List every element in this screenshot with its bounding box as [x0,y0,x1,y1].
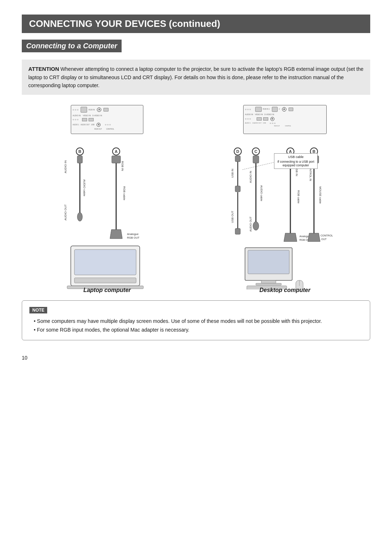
svg-text:OUT: OUT [321,238,327,240]
laptop-cable-diagram: B A AUDIO IN AUDIO cable AUDIO OUT RGB [60,137,154,289]
svg-line-38 [242,162,274,170]
svg-rect-12 [112,156,121,163]
svg-point-41 [253,222,259,230]
page-number: 10 [22,355,370,361]
svg-point-7 [77,212,82,221]
svg-text:B: B [78,149,81,154]
svg-text:RGB IN: RGB IN [121,161,124,171]
usb-note-box: USB cable If connecting to a USB port eq… [274,153,318,169]
svg-text:AUDIO IN: AUDIO IN [64,160,67,173]
svg-rect-33 [235,186,240,192]
svg-text:USB IN: USB IN [231,169,234,178]
svg-text:C: C [254,149,257,154]
svg-marker-54 [308,233,320,242]
svg-text:AUDIO cable: AUDIO cable [260,185,263,201]
svg-rect-36 [235,228,240,234]
usb-note-text: If connecting to a USB port equipped com… [277,160,315,167]
svg-text:Analogue: Analogue [127,232,139,236]
projector-back-laptop: ⊙ ⊙ ⊙ RGB IN A AUDIO IN VIDEO IN S-VIDEO… [71,105,143,134]
svg-rect-60 [248,250,289,274]
svg-text:MOUSE cable: MOUSE cable [319,186,322,204]
svg-marker-47 [284,233,297,242]
svg-rect-18 [74,250,136,275]
note-item-1: Some computers may have multiple display… [29,317,363,326]
laptop-diagram-section: ⊙ ⊙ ⊙ RGB IN A AUDIO IN VIDEO IN S-VIDEO… [22,105,192,289]
svg-text:USB OUT: USB OUT [231,211,234,223]
svg-text:CONTROL: CONTROL [320,234,333,237]
svg-text:AUDIO OUT: AUDIO OUT [64,204,67,220]
diagrams-row: ⊙ ⊙ ⊙ RGB IN A AUDIO IN VIDEO IN S-VIDEO… [22,105,370,289]
note-item-2: For some RGB input modes, the optional M… [29,326,363,335]
svg-marker-13 [110,230,122,239]
svg-text:AUDIO OUT: AUDIO OUT [249,216,252,232]
projector-back-desktop: ⊙ ⊙ ⊙ RGB IN 1 2 A AUDIO IN VIDEO IN S-V… [243,105,327,134]
svg-text:AUDIO cable: AUDIO cable [83,179,86,196]
svg-rect-6 [77,156,82,163]
svg-text:AUDIO IN: AUDIO IN [249,171,252,183]
svg-text:RGB OUT: RGB OUT [127,236,140,239]
svg-rect-40 [253,156,259,163]
section-title: Connecting to a Computer [22,40,122,52]
svg-rect-61 [261,280,276,283]
svg-text:RGB cable: RGB cable [123,186,126,200]
attention-box: ATTENTION Whenever attempting to connect… [22,60,370,95]
header-title: CONNECTING YOUR DEVICES (continued) [29,18,220,29]
svg-rect-32 [235,156,240,162]
desktop-diagram-section: ⊙ ⊙ ⊙ RGB IN 1 2 A AUDIO IN VIDEO IN S-V… [200,105,370,289]
svg-rect-62 [256,283,281,285]
svg-rect-19 [74,278,136,283]
note-box: NOTE Some computers may have multiple di… [22,300,370,341]
note-label: NOTE [29,307,47,313]
page-header: CONNECTING YOUR DEVICES (continued) [22,15,370,33]
attention-text: Whenever attempting to connect a laptop … [28,66,363,88]
svg-text:RGB cable: RGB cable [297,190,300,203]
desktop-cable-diagram: USB cable If connecting to a USB port eq… [223,137,347,289]
svg-text:D: D [236,149,239,154]
attention-label: ATTENTION [28,66,59,72]
svg-text:A: A [115,149,118,154]
